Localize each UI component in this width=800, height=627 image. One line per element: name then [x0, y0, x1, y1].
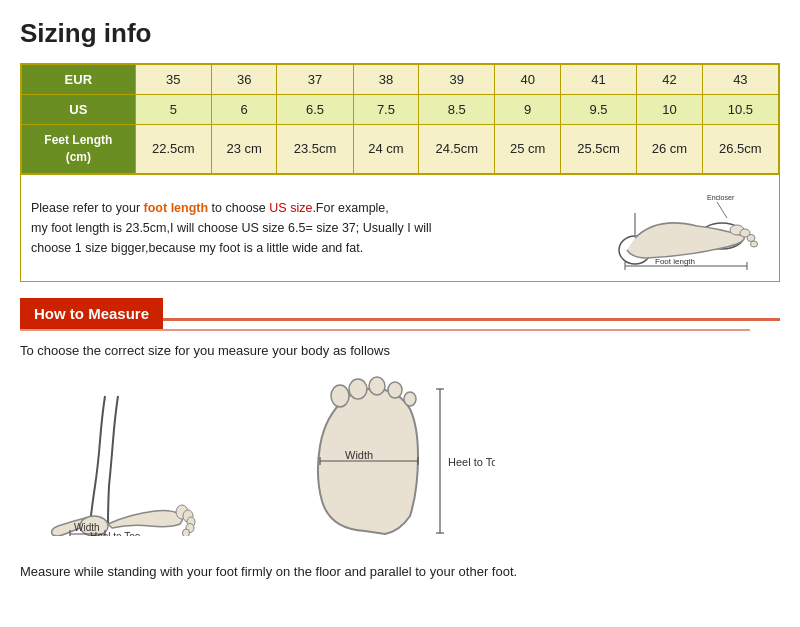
how-to-banner: How to Measure — [20, 298, 780, 329]
eur-37: 37 — [277, 65, 353, 95]
note-text: Please refer to your foot length to choo… — [31, 198, 511, 258]
foot-diagram: Foot length Encloser — [609, 183, 769, 273]
illustrations-row: Width Heel to Toe — [20, 376, 780, 546]
eur-35: 35 — [135, 65, 211, 95]
foot-side-svg: Foot length Encloser — [612, 183, 767, 273]
us-6: 6 — [211, 95, 277, 125]
top-foot-svg: Width Heel to Toe — [295, 376, 495, 546]
table-row-eur: EUR 35 36 37 38 39 40 41 42 43 — [22, 65, 779, 95]
svg-point-4 — [747, 234, 755, 241]
feet-25-5: 25.5cm — [560, 125, 636, 174]
feet-22-5: 22.5cm — [135, 125, 211, 174]
page-title: Sizing info — [20, 18, 780, 49]
eur-40: 40 — [495, 65, 561, 95]
us-6-5: 6.5 — [277, 95, 353, 125]
svg-point-31 — [404, 392, 416, 406]
note-highlight-us: US size — [269, 201, 312, 215]
eur-header: EUR — [22, 65, 136, 95]
us-10-5: 10.5 — [702, 95, 778, 125]
eur-36: 36 — [211, 65, 277, 95]
svg-text:Encloser: Encloser — [707, 194, 735, 201]
us-7-5: 7.5 — [353, 95, 419, 125]
us-10: 10 — [637, 95, 703, 125]
us-5: 5 — [135, 95, 211, 125]
feet-23: 23 cm — [211, 125, 277, 174]
note-part1: Please refer to your — [31, 201, 144, 215]
feet-header: Feet Length(cm) — [22, 125, 136, 174]
table-row-feet: Feet Length(cm) 22.5cm 23 cm 23.5cm 24 c… — [22, 125, 779, 174]
note-section: Please refer to your foot length to choo… — [20, 175, 780, 282]
svg-text:Foot length: Foot length — [655, 257, 695, 266]
us-9-5: 9.5 — [560, 95, 636, 125]
svg-point-5 — [750, 241, 757, 247]
how-to-bottom-line — [20, 329, 750, 331]
us-9: 9 — [495, 95, 561, 125]
us-header: US — [22, 95, 136, 125]
eur-39: 39 — [419, 65, 495, 95]
svg-text:Width: Width — [345, 449, 373, 461]
note-highlight-foot: foot length — [144, 201, 209, 215]
svg-line-12 — [717, 202, 727, 218]
top-view-illustration: Width Heel to Toe — [295, 376, 495, 546]
eur-41: 41 — [560, 65, 636, 95]
how-to-section: How to Measure — [20, 298, 780, 331]
how-to-label: How to Measure — [20, 298, 163, 329]
bottom-note: Measure while standing with your foot fi… — [20, 564, 780, 579]
table-row-us: US 5 6 6.5 7.5 8.5 9 9.5 10 10.5 — [22, 95, 779, 125]
svg-text:Heel to Toe: Heel to Toe — [90, 531, 141, 536]
feet-24: 24 cm — [353, 125, 419, 174]
how-to-line — [163, 318, 780, 321]
side-view-illustration: Width Heel to Toe — [40, 376, 225, 536]
feet-26: 26 cm — [637, 125, 703, 174]
svg-point-27 — [331, 385, 349, 407]
instruction-text: To choose the correct size for you measu… — [20, 343, 780, 358]
side-foot-svg: Width Heel to Toe — [40, 376, 225, 536]
svg-point-30 — [388, 382, 402, 398]
svg-point-29 — [369, 377, 385, 395]
eur-38: 38 — [353, 65, 419, 95]
sizing-table: EUR 35 36 37 38 39 40 41 42 43 US 5 6 6.… — [21, 64, 779, 174]
eur-42: 42 — [637, 65, 703, 95]
sizing-table-wrapper: EUR 35 36 37 38 39 40 41 42 43 US 5 6 6.… — [20, 63, 780, 175]
feet-25: 25 cm — [495, 125, 561, 174]
note-part2: to choose — [208, 201, 269, 215]
svg-text:Heel to Toe: Heel to Toe — [448, 456, 495, 468]
svg-point-18 — [183, 529, 190, 536]
how-to-line-container — [163, 298, 780, 329]
feet-23-5: 23.5cm — [277, 125, 353, 174]
us-8-5: 8.5 — [419, 95, 495, 125]
eur-43: 43 — [702, 65, 778, 95]
svg-point-28 — [349, 379, 367, 399]
feet-24-5: 24.5cm — [419, 125, 495, 174]
feet-26-5: 26.5cm — [702, 125, 778, 174]
